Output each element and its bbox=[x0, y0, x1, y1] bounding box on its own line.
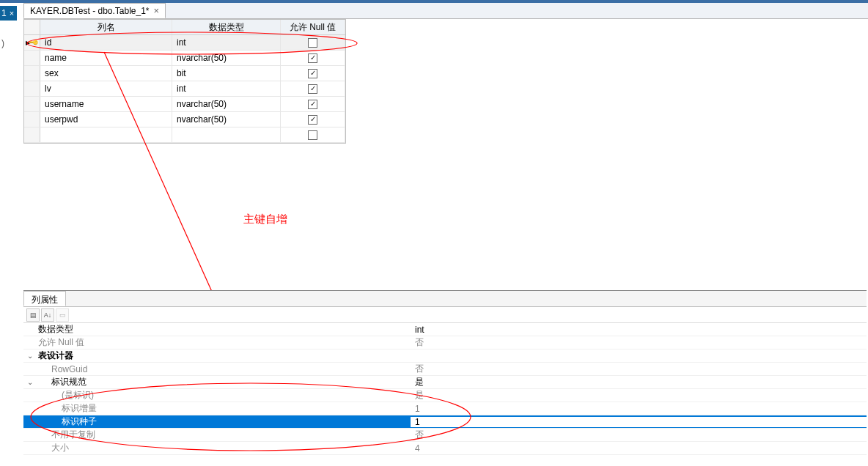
checkbox-icon[interactable]: ✓ bbox=[308, 100, 317, 109]
property-value[interactable]: 否 bbox=[411, 429, 867, 441]
cell-type[interactable]: int bbox=[172, 35, 281, 50]
stray-paren: ) bbox=[1, 38, 4, 48]
checkbox-icon[interactable]: ✓ bbox=[308, 84, 317, 94]
tab-table-designer[interactable]: KAYER.DBTest - dbo.Table_1* × bbox=[23, 3, 166, 18]
cell-null[interactable] bbox=[281, 127, 345, 142]
cell-type[interactable]: nvarchar(50) bbox=[172, 51, 281, 65]
expand-icon[interactable]: ⌄ bbox=[23, 352, 37, 360]
property-value[interactable]: int bbox=[411, 325, 867, 335]
property-row[interactable]: 允许 Null 值否 bbox=[23, 336, 867, 350]
cell-type[interactable]: bit bbox=[172, 66, 281, 81]
property-value[interactable]: 否 bbox=[411, 363, 867, 375]
row-header-corner bbox=[24, 20, 40, 34]
property-name: 数据类型 bbox=[37, 323, 411, 336]
checkbox-icon[interactable]: ✓ bbox=[308, 115, 317, 125]
checkbox-icon[interactable]: ✓ bbox=[308, 53, 317, 63]
grid-row[interactable]: ▶🔑idint bbox=[24, 35, 345, 51]
property-row[interactable]: ⌄表设计器 bbox=[23, 350, 867, 363]
cell-name[interactable]: lv bbox=[40, 81, 172, 96]
row-header[interactable] bbox=[24, 97, 40, 111]
main-area: 列名 数据类型 允许 Null 值 ▶🔑idintnamenvarchar(50… bbox=[23, 19, 867, 466]
property-name: 标识增量 bbox=[37, 402, 411, 415]
partial-tab[interactable]: 1 × bbox=[0, 6, 17, 21]
props-pages-button[interactable]: ▭ bbox=[56, 308, 69, 322]
cell-type[interactable]: int bbox=[172, 81, 281, 96]
property-row[interactable]: 标识种子1 bbox=[23, 415, 867, 429]
grid-empty-row[interactable] bbox=[24, 127, 345, 143]
document-tabbar: KAYER.DBTest - dbo.Table_1* × bbox=[23, 3, 868, 19]
left-strip: 1 × ) bbox=[0, 3, 23, 466]
grid-row[interactable]: lvint✓ bbox=[24, 81, 345, 97]
property-name: 不用于复制 bbox=[37, 429, 411, 441]
header-column-name[interactable]: 列名 bbox=[40, 20, 172, 34]
row-header[interactable] bbox=[24, 51, 40, 65]
property-name: (是标识) bbox=[37, 389, 411, 402]
categorized-button[interactable]: ▤ bbox=[26, 308, 40, 322]
cell-null[interactable] bbox=[281, 35, 345, 50]
property-name: 表设计器 bbox=[37, 350, 411, 362]
property-row[interactable]: 不用于复制否 bbox=[23, 429, 867, 442]
cell-null[interactable]: ✓ bbox=[281, 81, 345, 96]
annotation-label: 主键自增 bbox=[243, 212, 287, 226]
property-value[interactable]: 1 bbox=[411, 404, 867, 414]
cell-type[interactable]: nvarchar(50) bbox=[172, 112, 281, 127]
grid-row[interactable]: namenvarchar(50)✓ bbox=[24, 51, 345, 66]
property-value[interactable]: 是 bbox=[411, 376, 867, 388]
property-row[interactable]: ⌄标识规范是 bbox=[23, 376, 867, 389]
tab-column-properties[interactable]: 列属性 bbox=[23, 291, 66, 306]
cell-null[interactable]: ✓ bbox=[281, 66, 345, 81]
property-name: 标识种子 bbox=[37, 415, 411, 428]
cell-null[interactable]: ✓ bbox=[281, 97, 345, 111]
cell-name[interactable]: username bbox=[40, 97, 172, 111]
properties-grid[interactable]: 数据类型int允许 Null 值否⌄表设计器RowGuid否⌄标识规范是(是标识… bbox=[23, 323, 867, 455]
row-header[interactable] bbox=[24, 112, 40, 127]
alphabetical-button[interactable]: A↓ bbox=[41, 308, 54, 322]
cell-name[interactable]: sex bbox=[40, 66, 172, 81]
checkbox-icon[interactable] bbox=[308, 38, 317, 48]
grid-row[interactable]: sexbit✓ bbox=[24, 66, 345, 81]
props-tabbar: 列属性 bbox=[23, 291, 867, 307]
expand-icon[interactable]: ⌄ bbox=[23, 378, 37, 386]
cell-type[interactable]: nvarchar(50) bbox=[172, 97, 281, 111]
cell-name[interactable]: name bbox=[40, 51, 172, 65]
property-row[interactable]: RowGuid否 bbox=[23, 363, 867, 376]
property-name: 标识规范 bbox=[37, 376, 411, 388]
row-header[interactable] bbox=[24, 66, 40, 81]
cell-name[interactable] bbox=[40, 127, 172, 142]
close-icon[interactable]: × bbox=[154, 6, 160, 15]
cell-null[interactable]: ✓ bbox=[281, 51, 345, 65]
property-row[interactable]: (是标识)是 bbox=[23, 389, 867, 402]
row-header[interactable] bbox=[24, 81, 40, 96]
cell-name[interactable]: id bbox=[40, 35, 172, 50]
row-header[interactable]: ▶🔑 bbox=[24, 35, 40, 50]
header-data-type[interactable]: 数据类型 bbox=[172, 20, 281, 34]
tab-fragment: 1 bbox=[1, 8, 7, 18]
property-row[interactable]: 大小4 bbox=[23, 442, 867, 455]
property-value[interactable]: 4 bbox=[411, 443, 867, 454]
primary-key-icon: 🔑 bbox=[29, 37, 40, 48]
header-allow-null[interactable]: 允许 Null 值 bbox=[281, 20, 345, 34]
property-name: 允许 Null 值 bbox=[37, 336, 411, 349]
columns-grid[interactable]: 列名 数据类型 允许 Null 值 ▶🔑idintnamenvarchar(50… bbox=[23, 19, 346, 144]
tab-label: KAYER.DBTest - dbo.Table_1* bbox=[30, 6, 150, 16]
property-name: RowGuid bbox=[37, 364, 411, 374]
cell-type[interactable] bbox=[172, 127, 281, 142]
grid-row[interactable]: userpwdnvarchar(50)✓ bbox=[24, 112, 345, 127]
property-name: 大小 bbox=[37, 442, 411, 454]
checkbox-icon[interactable] bbox=[308, 130, 317, 140]
close-icon[interactable]: × bbox=[10, 9, 14, 18]
property-row[interactable]: 标识增量1 bbox=[23, 402, 867, 415]
grid-row[interactable]: usernamenvarchar(50)✓ bbox=[24, 97, 345, 112]
props-toolbar: ▤ A↓ ▭ bbox=[23, 307, 867, 323]
property-row[interactable]: 数据类型int bbox=[23, 323, 867, 336]
property-value[interactable]: 1 bbox=[411, 417, 867, 427]
row-header[interactable] bbox=[24, 127, 40, 142]
column-properties-panel: 列属性 ▤ A↓ ▭ 数据类型int允许 Null 值否⌄表设计器RowGuid… bbox=[23, 290, 867, 466]
cell-name[interactable]: userpwd bbox=[40, 112, 172, 127]
cell-null[interactable]: ✓ bbox=[281, 112, 345, 127]
property-value[interactable]: 否 bbox=[411, 336, 867, 349]
grid-header-row: 列名 数据类型 允许 Null 值 bbox=[24, 20, 345, 35]
property-value[interactable]: 是 bbox=[411, 389, 867, 402]
checkbox-icon[interactable]: ✓ bbox=[308, 69, 317, 78]
